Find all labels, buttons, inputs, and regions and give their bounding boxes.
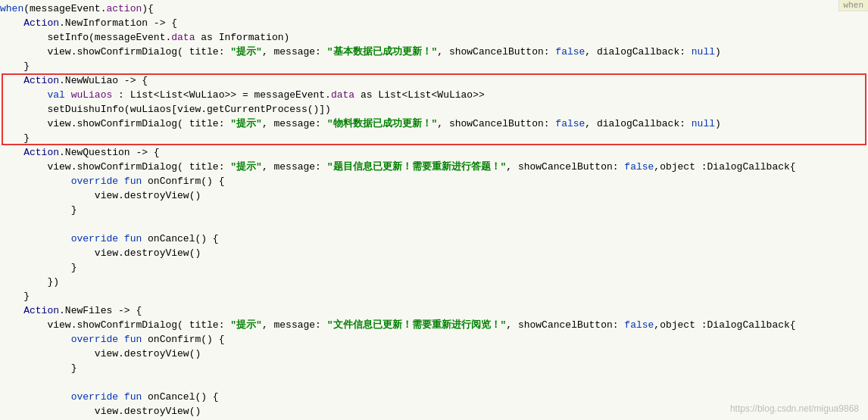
code-line: override fun onConfirm() {: [0, 174, 868, 188]
code-line: view.destroyView(): [0, 188, 868, 203]
code-line: }): [0, 275, 868, 289]
code-line: }: [0, 59, 868, 73]
line-content: }: [0, 203, 865, 217]
code-line: view.destroyView(): [0, 347, 868, 361]
code-line: when(messageEvent.action){: [0, 2, 868, 16]
code-line: Action.NewFiles -> {: [0, 303, 868, 318]
code-line: }: [0, 361, 868, 375]
code-line: override fun onCancel() {: [0, 232, 868, 246]
code-line: Action.NewQuestion -> {: [0, 145, 868, 160]
code-line: [0, 375, 868, 390]
code-line: }: [0, 260, 868, 275]
line-content: val wuLiaos : List<List<WuLiao>> = messa…: [0, 88, 865, 102]
code-line: }: [0, 203, 868, 217]
line-content: override fun onCancel() {: [0, 390, 865, 404]
line-content: override fun onCancel() {: [0, 232, 865, 246]
line-content: view.destroyView(): [0, 347, 865, 361]
line-content: }: [0, 289, 865, 303]
watermark: https://blog.csdn.net/migua9868: [730, 403, 859, 414]
code-line: override fun onCancel() {: [0, 390, 868, 404]
code-content: when(messageEvent.action){ Action.NewInf…: [0, 0, 868, 420]
code-line: view.destroyView(): [0, 246, 868, 260]
line-content: setDuishuInfo(wuLiaos[view.getCurrentPro…: [0, 102, 865, 117]
line-content: view.showConfirmDialog( title: "提示", mes…: [0, 318, 865, 332]
line-content: view.showConfirmDialog( title: "提示", mes…: [0, 160, 865, 174]
line-content: view.showConfirmDialog( title: "提示", mes…: [0, 117, 865, 131]
code-line: }: [0, 289, 868, 303]
code-line: setInfo(messageEvent.data as Information…: [0, 30, 868, 45]
line-content: view.destroyView(): [0, 188, 865, 203]
code-line: override fun onConfirm() {: [0, 332, 868, 347]
line-content: }: [0, 131, 865, 145]
line-content: view.destroyView(): [0, 246, 865, 260]
code-line: view.showConfirmDialog( title: "提示", mes…: [0, 117, 868, 131]
line-content: when(messageEvent.action){: [0, 2, 865, 16]
line-content: Action.NewInformation -> {: [0, 16, 865, 30]
code-editor: when when(messageEvent.action){ Action.N…: [0, 0, 868, 420]
line-content: override fun onConfirm() {: [0, 332, 865, 347]
code-line: [0, 217, 868, 232]
code-line: val wuLiaos : List<List<WuLiao>> = messa…: [0, 88, 868, 102]
code-line: setDuishuInfo(wuLiaos[view.getCurrentPro…: [0, 102, 868, 117]
line-content: }: [0, 59, 865, 73]
line-content: }: [0, 361, 865, 375]
code-line: Action.NewInformation -> {: [0, 16, 868, 30]
line-content: override fun onConfirm() {: [0, 174, 865, 188]
line-content: Action.NewQuestion -> {: [0, 145, 865, 160]
line-content: setInfo(messageEvent.data as Information…: [0, 30, 865, 45]
line-content: Action.NewWuLiao -> {: [0, 73, 865, 88]
line-content: }: [0, 260, 865, 275]
line-content: Action.NewFiles -> {: [0, 303, 865, 318]
line-content: }): [0, 275, 865, 289]
code-line: Action.NewWuLiao -> {: [0, 73, 868, 88]
code-line: }: [0, 131, 868, 145]
line-content: view.showConfirmDialog( title: "提示", mes…: [0, 45, 865, 59]
code-line: view.showConfirmDialog( title: "提示", mes…: [0, 45, 868, 59]
code-line: view.showConfirmDialog( title: "提示", mes…: [0, 318, 868, 332]
code-line: view.showConfirmDialog( title: "提示", mes…: [0, 160, 868, 174]
